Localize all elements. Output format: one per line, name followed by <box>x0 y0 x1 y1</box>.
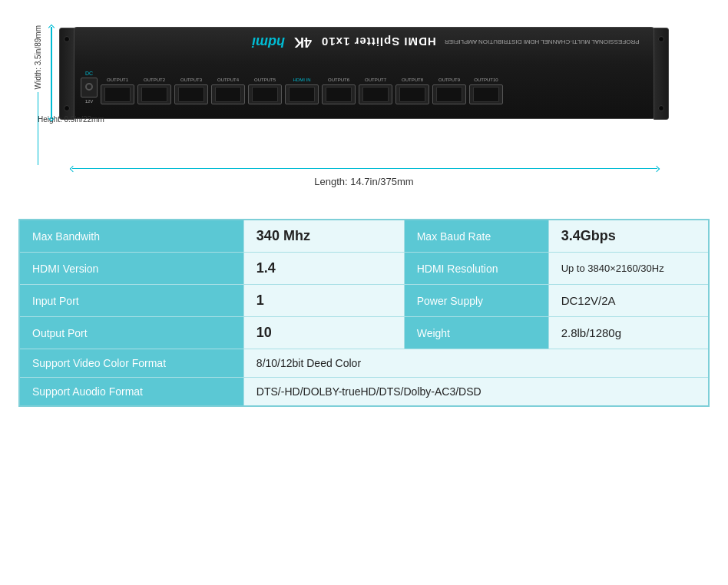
value-weight: 2.8lb/1280g <box>548 317 709 349</box>
port-hdmi-output1 <box>101 84 134 104</box>
value-audio-format: DTS/-HD/DOLBY-trueHD/DTS/Dolby-AC3/DSD <box>243 378 709 407</box>
label-output-port: Output Port <box>19 317 243 349</box>
bracket-right <box>654 28 669 120</box>
port-hdmi-output3 <box>174 84 208 104</box>
value-max-baud-rate: 3.4Gbps <box>548 220 709 253</box>
width-vertical-line <box>51 27 52 119</box>
value-power-supply: DC12V/2A <box>548 285 709 317</box>
port-output2: OUTPUT2 <box>137 78 171 104</box>
length-arrow <box>72 168 657 169</box>
label-max-bandwith: Max Bandwith <box>19 220 243 253</box>
label-max-baud-rate: Max Baud Rate <box>404 220 548 253</box>
page-wrapper: Width: 3.5in/89mm hdmi 4K HDMI <box>0 0 728 585</box>
ports-row: DC 12V OUTPUT1 OUTPUT2 <box>81 71 647 104</box>
length-arrow-right <box>654 165 660 171</box>
length-arrow-left <box>70 165 76 171</box>
port-hdmi-output7 <box>359 84 392 104</box>
device-top-labels: hdmi 4K HDMI Splitter 1x10 PROFESSIONAL … <box>73 34 655 50</box>
specs-row-4: Output Port 10 Weight 2.8lb/1280g <box>19 317 709 349</box>
value-input-port: 1 <box>243 285 404 317</box>
bracket-hole-bottom-right <box>658 105 664 111</box>
width-arrow-line <box>38 92 39 165</box>
bracket-hole-top-right <box>658 36 664 42</box>
port-output8: OUTPUT8 <box>395 78 429 104</box>
specs-row-video: Support Video Color Format 8/10/12bit De… <box>19 349 709 378</box>
device-model: HDMI Splitter 1x10 <box>321 35 436 48</box>
port-output3: OUTPUT3 <box>174 78 208 104</box>
port-hdmi-output9 <box>432 84 466 104</box>
width-arrow-top <box>48 25 55 31</box>
bracket-hole-bottom-left <box>64 105 70 111</box>
label-video-color: Support Video Color Format <box>19 349 243 378</box>
value-max-bandwith: 340 Mhz <box>243 220 404 253</box>
bracket-left <box>59 28 74 120</box>
port-hdmi-output2 <box>137 84 171 104</box>
port-output10: OUTPUT10 <box>469 78 503 104</box>
port-hdmi-output8 <box>395 84 429 104</box>
hdmi-logo: hdmi <box>252 34 285 50</box>
label-hdmi-resolution: HDMI Resolution <box>404 253 548 285</box>
label-hdmi-version: HDMI Version <box>19 253 243 285</box>
dc-connector <box>85 83 93 91</box>
length-label: Length: 14.7in/375mm <box>314 174 413 188</box>
port-dc-label: DC <box>85 71 93 77</box>
port-output9: OUTPUT9 <box>432 78 466 104</box>
label-weight: Weight <box>404 317 548 349</box>
port-output7: OUTPUT7 <box>359 78 392 104</box>
value-hdmi-version: 1.4 <box>243 253 404 285</box>
specs-row-1: Max Bandwith 340 Mhz Max Baud Rate 3.4Gb… <box>19 220 709 253</box>
bracket-hole-top-left <box>64 36 70 42</box>
port-output5: OUTPUT5 <box>248 78 282 104</box>
specs-table: Max Bandwith 340 Mhz Max Baud Rate 3.4Gb… <box>18 219 710 407</box>
port-hdmi-output10 <box>469 84 503 104</box>
label-audio-format: Support Auodio Format <box>19 378 243 407</box>
port-output4: OUTPUT4 <box>211 78 245 104</box>
port-hdmi-output6 <box>322 84 356 104</box>
value-video-color: 8/10/12bit Deed Color <box>243 349 709 378</box>
port-dc-group: DC 12V <box>81 71 98 104</box>
device-image-section: Width: 3.5in/89mm hdmi 4K HDMI <box>15 12 713 196</box>
label-input-port: Input Port <box>19 285 243 317</box>
specs-row-3: Input Port 1 Power Supply DC12V/2A <box>19 285 709 317</box>
specs-row-audio: Support Auodio Format DTS/-HD/DOLBY-true… <box>19 378 709 407</box>
port-output6: OUTPUT6 <box>322 78 356 104</box>
device-brand: 4K <box>294 34 312 50</box>
port-dc <box>81 78 98 98</box>
port-hdmi-in: HDMI IN <box>285 78 319 104</box>
specs-row-2: HDMI Version 1.4 HDMI Resolution Up to 3… <box>19 253 709 285</box>
label-power-supply: Power Supply <box>404 285 548 317</box>
specs-tbody: Max Bandwith 340 Mhz Max Baud Rate 3.4Gb… <box>19 220 709 406</box>
port-dc-voltage: 12V <box>85 99 94 104</box>
device-subtitle: PROFESSIONAL MULTI-CHANNEL HDMI DISTRIBU… <box>445 38 640 45</box>
value-hdmi-resolution: Up to 3840×2160/30Hz <box>548 253 709 285</box>
device-body: hdmi 4K HDMI Splitter 1x10 PROFESSIONAL … <box>72 27 656 119</box>
port-hdmi-output4 <box>211 84 245 104</box>
port-hdmi-input <box>285 84 319 104</box>
width-label: Width: 3.5in/89mm <box>34 25 42 89</box>
value-output-port: 10 <box>243 317 404 349</box>
port-hdmi-output5 <box>248 84 282 104</box>
device-diagram: Width: 3.5in/89mm hdmi 4K HDMI <box>34 12 694 196</box>
height-label: Height: 0.9in/22mm <box>38 115 104 124</box>
port-output1: OUTPUT1 <box>101 78 134 104</box>
